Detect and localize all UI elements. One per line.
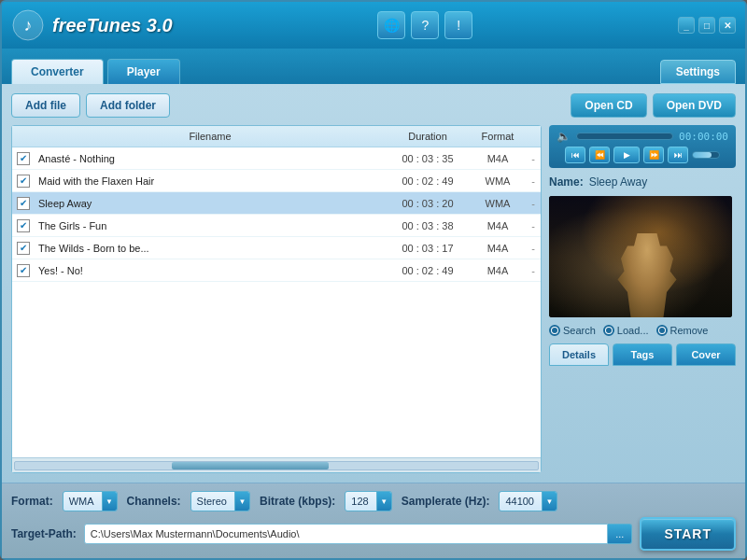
bitrate-value: 128 [351,496,368,507]
row-checkbox-2[interactable]: ✔ [12,196,35,210]
row-dash-2: - [526,198,541,209]
main-tabs-row: Converter Player Settings [2,49,745,84]
horizontal-scrollbar[interactable] [12,457,541,472]
samplerate-select[interactable]: 44100 ▼ [499,491,557,511]
svg-text:♪: ♪ [24,16,33,35]
minimize-button[interactable]: _ [678,17,695,34]
target-path-input[interactable] [84,524,608,544]
row-filename-0: Anasté - Nothing [35,153,386,164]
app-title: freeTunes 3.0 [52,15,173,36]
row-checkbox-4[interactable]: ✔ [12,241,35,255]
row-filename-3: The Girls - Fun [35,220,386,231]
file-list-header: Filename Duration Format [12,126,541,147]
thumbnail-area [549,196,732,317]
row-format-1: WMA [470,175,526,187]
forward-button[interactable]: ⏩ [643,147,664,163]
bottom-controls: Format: WMA ▼ Channels: Stereo ▼ Bitrate… [2,483,745,558]
tab-converter[interactable]: Converter [11,59,104,84]
channels-label: Channels: [127,495,181,508]
col-action-header [526,129,541,144]
checkbox-icon-0: ✔ [17,152,30,165]
search-radio-circle [549,325,560,336]
title-action-icons: 🌐 ? ! [377,11,472,39]
row-duration-0: 00 : 03 : 35 [386,153,470,164]
channels-value: Stereo [197,496,227,507]
channels-select[interactable]: Stereo ▼ [190,491,250,511]
format-select[interactable]: WMA ▼ [63,491,118,511]
play-button[interactable]: ▶ [613,147,640,163]
tab-settings[interactable]: Settings [660,60,736,84]
progress-track[interactable] [576,133,673,140]
action-row: Search Load... Remove [549,323,736,338]
table-row[interactable]: ✔ Yes! - No! 00 : 02 : 49 M4A - [12,259,541,282]
row-duration-5: 00 : 02 : 49 [386,265,470,276]
rewind-button[interactable]: ⏪ [589,147,610,163]
next-button[interactable]: ⏭ [668,147,688,163]
path-row: Target-Path: ... START [11,517,736,551]
checkbox-icon-4: ✔ [17,242,30,255]
track-name-value: Sleep Away [589,175,648,189]
prev-button[interactable]: ⏮ [565,147,585,163]
tab-cover[interactable]: Cover [676,343,736,366]
load-radio[interactable]: Load... [603,325,649,336]
open-dvd-button[interactable]: Open DVD [653,93,736,118]
volume-fill [693,152,712,158]
tab-player[interactable]: Player [107,59,180,84]
row-checkbox-0[interactable]: ✔ [12,151,35,165]
table-row[interactable]: ✔ Sleep Away 00 : 03 : 20 WMA - [12,192,541,215]
format-row: Format: WMA ▼ Channels: Stereo ▼ Bitrate… [11,491,736,511]
row-checkbox-5[interactable]: ✔ [12,263,35,277]
col-check-header [12,129,35,144]
col-filename-header: Filename [35,129,386,144]
maximize-button[interactable]: □ [698,17,715,34]
bitrate-select[interactable]: 128 ▼ [345,491,391,511]
open-cd-button[interactable]: Open CD [571,93,646,118]
search-radio[interactable]: Search [549,325,596,336]
row-checkbox-1[interactable]: ✔ [12,174,35,188]
row-filename-1: Maid with the Flaxen Hair [35,175,386,187]
table-row[interactable]: ✔ The Wilds - Born to be... 00 : 03 : 17… [12,237,541,259]
table-row[interactable]: ✔ Anasté - Nothing 00 : 03 : 35 M4A - [12,147,541,170]
remove-radio-fill [659,328,665,333]
help-button[interactable]: ? [411,11,439,39]
tab-details[interactable]: Details [549,343,609,366]
row-format-5: M4A [470,265,526,276]
volume-slider[interactable] [692,151,720,159]
row-format-4: M4A [470,243,526,254]
row-filename-2: Sleep Away [35,198,386,209]
add-folder-button[interactable]: Add folder [86,93,170,118]
row-format-2: WMA [470,198,526,209]
row-duration-2: 00 : 03 : 20 [386,198,470,209]
main-window: ♪ freeTunes 3.0 🌐 ? ! _ □ ✕ Converter Pl… [0,0,747,560]
table-row[interactable]: ✔ The Girls - Fun 00 : 03 : 38 M4A - [12,215,541,237]
channels-arrow-icon: ▼ [234,492,249,511]
scrollbar-track [14,461,539,470]
tab-tags[interactable]: Tags [613,343,672,366]
main-content: Add file Add folder Open CD Open DVD Fil… [2,84,745,483]
info-button[interactable]: ! [444,11,472,39]
add-file-button[interactable]: Add file [11,93,80,118]
checkbox-icon-1: ✔ [17,175,30,188]
remove-label: Remove [670,325,709,336]
file-buttons-row: Add file Add folder Open CD Open DVD [11,93,736,118]
search-radio-fill [552,328,557,333]
samplerate-value: 44100 [505,496,534,507]
row-checkbox-3[interactable]: ✔ [12,218,35,232]
checkbox-icon-3: ✔ [17,219,30,232]
close-button[interactable]: ✕ [719,17,736,34]
search-label: Search [563,325,596,336]
path-browse-button[interactable]: ... [608,524,632,544]
remove-radio[interactable]: Remove [656,325,709,336]
globe-button[interactable]: 🌐 [377,11,405,39]
checkbox-icon-2: ✔ [17,197,30,210]
row-duration-1: 00 : 02 : 49 [386,175,470,187]
row-dash-1: - [526,175,541,187]
remove-radio-circle [656,325,668,336]
checkbox-icon-5: ✔ [17,264,30,277]
table-row[interactable]: ✔ Maid with the Flaxen Hair 00 : 02 : 49… [12,170,541,192]
track-name-row: Name: Sleep Away [549,174,736,190]
row-dash-5: - [526,265,541,276]
progress-bar-row: 🔈 00:00:00 [557,130,728,143]
title-bar: ♪ freeTunes 3.0 🌐 ? ! _ □ ✕ [2,2,745,49]
start-button[interactable]: START [640,517,736,551]
